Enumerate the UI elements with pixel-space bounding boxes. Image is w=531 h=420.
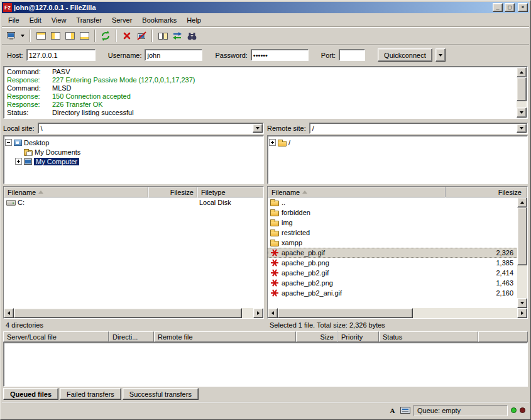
- file-row[interactable]: xampp: [268, 238, 527, 248]
- column-header-filetype[interactable]: Filetype: [197, 187, 264, 197]
- expand-icon[interactable]: [15, 158, 22, 165]
- transfer-type-indicator[interactable]: A: [388, 406, 397, 415]
- remote-vertical-scrollbar[interactable]: [517, 197, 527, 308]
- filezilla-window: Fz john@127.0.0.1 - FileZilla _ □ × File…: [0, 0, 531, 420]
- scrollbar-thumb[interactable]: [517, 207, 527, 265]
- quickconnect-button[interactable]: Quickconnect: [378, 48, 432, 62]
- scroll-left-icon[interactable]: [268, 308, 278, 318]
- column-header-filesize[interactable]: Filesize: [148, 187, 197, 197]
- column-header-server-local-file[interactable]: Server/Local file: [3, 331, 109, 342]
- toggle-queue-icon[interactable]: [77, 29, 91, 43]
- local-horizontal-scrollbar[interactable]: [4, 308, 263, 318]
- file-name: xampp: [282, 239, 302, 246]
- activity-led-red: [520, 407, 525, 413]
- menu-help[interactable]: Help: [182, 14, 206, 26]
- expand-icon[interactable]: [269, 139, 276, 146]
- menu-transfer[interactable]: Transfer: [71, 14, 107, 26]
- menu-edit[interactable]: Edit: [25, 14, 47, 26]
- local-list-body[interactable]: C: Local Disk: [4, 197, 263, 308]
- scroll-left-icon[interactable]: [4, 308, 14, 318]
- column-header-status[interactable]: Status: [379, 331, 478, 342]
- tree-item-label: /: [288, 139, 290, 146]
- scrollbar-thumb[interactable]: [517, 77, 527, 101]
- tab-failed-transfers[interactable]: Failed transfers: [60, 388, 121, 400]
- message-log[interactable]: Command:PASV Response:227 Entering Passi…: [3, 66, 528, 119]
- collapse-icon[interactable]: [5, 139, 12, 146]
- directory-comparison-icon[interactable]: [156, 29, 170, 43]
- site-manager-icon[interactable]: [4, 29, 18, 43]
- file-row[interactable]: apache_pb2.gif2,414: [268, 268, 527, 278]
- file-row[interactable]: img: [268, 218, 527, 228]
- minimize-button[interactable]: _: [493, 3, 503, 12]
- log-line: Status:Directory listing successful: [7, 109, 515, 117]
- scroll-down-icon[interactable]: [517, 298, 527, 308]
- remote-site-combo[interactable]: /: [309, 123, 528, 134]
- file-row-c-drive[interactable]: C: Local Disk: [4, 197, 263, 207]
- local-site-value: \: [41, 124, 43, 132]
- remote-tree[interactable]: /: [267, 135, 528, 184]
- log-text: 150 Connection accepted: [52, 92, 131, 101]
- column-header-direction[interactable]: Directi...: [109, 331, 154, 342]
- site-manager-dropdown-icon[interactable]: [19, 29, 26, 43]
- transfer-queue: Server/Local file Directi... Remote file…: [2, 331, 529, 401]
- close-button[interactable]: ×: [518, 3, 528, 12]
- scrollbar-thumb[interactable]: [14, 308, 242, 318]
- menu-file[interactable]: File: [3, 14, 25, 26]
- title-bar[interactable]: Fz john@127.0.0.1 - FileZilla _ □ ×: [2, 2, 529, 13]
- scroll-up-icon[interactable]: [517, 197, 527, 207]
- tree-item-my-computer[interactable]: My Computer: [15, 157, 262, 166]
- disconnect-icon[interactable]: [134, 29, 148, 43]
- menu-server[interactable]: Server: [107, 14, 137, 26]
- activity-led-green: [511, 407, 517, 413]
- toggle-remote-tree-icon[interactable]: [63, 29, 77, 43]
- log-scrollbar[interactable]: [517, 67, 527, 118]
- local-site-combo[interactable]: \: [38, 123, 264, 134]
- queue-list-body[interactable]: [3, 342, 528, 387]
- tree-item-my-documents[interactable]: My Documents: [24, 147, 262, 157]
- tree-item-desktop[interactable]: Desktop: [5, 138, 262, 147]
- scroll-right-icon[interactable]: [517, 308, 527, 318]
- host-input[interactable]: [26, 49, 96, 61]
- toggle-message-log-icon[interactable]: [34, 29, 48, 43]
- file-row[interactable]: ..: [268, 197, 527, 207]
- tree-item-root[interactable]: /: [269, 138, 526, 147]
- my-documents-icon: [24, 150, 33, 156]
- column-header-filename[interactable]: Filename: [4, 187, 148, 197]
- combo-dropdown-icon[interactable]: [517, 124, 527, 133]
- scroll-up-icon[interactable]: [517, 67, 527, 77]
- combo-dropdown-icon[interactable]: [253, 124, 263, 133]
- column-header-priority[interactable]: Priority: [337, 331, 379, 342]
- quickconnect-dropdown-icon[interactable]: [435, 48, 446, 62]
- file-row[interactable]: forbidden: [268, 207, 527, 218]
- password-input[interactable]: [251, 49, 309, 61]
- local-tree[interactable]: Desktop My Documents My Computer: [3, 135, 264, 184]
- port-input[interactable]: [339, 49, 365, 61]
- menu-view[interactable]: View: [47, 14, 72, 26]
- column-header-filename[interactable]: Filename: [268, 187, 446, 197]
- refresh-icon[interactable]: [99, 29, 112, 43]
- column-header-filesize[interactable]: Filesize: [446, 187, 527, 197]
- file-row[interactable]: apache_pb.png1,385: [268, 258, 527, 268]
- menu-bookmarks[interactable]: Bookmarks: [137, 14, 182, 26]
- file-row-selected[interactable]: apache_pb.gif2,326: [268, 248, 527, 258]
- column-header-size[interactable]: Size: [296, 331, 337, 342]
- tab-successful-transfers[interactable]: Successful transfers: [123, 388, 199, 400]
- synchronized-browsing-icon[interactable]: [170, 29, 184, 43]
- remote-horizontal-scrollbar[interactable]: [268, 308, 527, 318]
- maximize-button[interactable]: □: [505, 3, 515, 12]
- toggle-local-tree-icon[interactable]: [48, 29, 62, 43]
- file-row[interactable]: restricted: [268, 228, 527, 238]
- find-files-icon[interactable]: [185, 29, 199, 43]
- file-row[interactable]: apache_pb2.png1,463: [268, 278, 527, 288]
- username-input[interactable]: [145, 49, 202, 61]
- remote-list-body[interactable]: .. forbidden img restricted xampp apache…: [268, 197, 527, 308]
- scroll-right-icon[interactable]: [253, 308, 263, 318]
- file-name: restricted: [282, 229, 310, 236]
- tab-queued-files[interactable]: Queued files: [3, 388, 58, 400]
- cancel-transfer-icon[interactable]: [120, 29, 134, 43]
- file-row[interactable]: apache_pb2_ani.gif2,160: [268, 288, 527, 298]
- column-header-remote-file[interactable]: Remote file: [154, 331, 296, 342]
- scroll-down-icon[interactable]: [517, 108, 527, 118]
- scrollbar-thumb[interactable]: [278, 308, 413, 318]
- file-panes: Local site: \ Desktop My Documents: [2, 120, 529, 331]
